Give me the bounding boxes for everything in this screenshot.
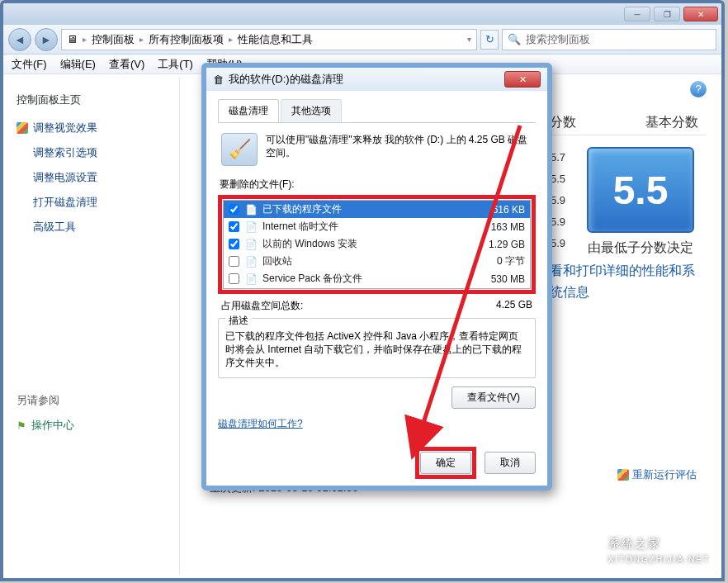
file-row[interactable]: 📄以前的 Windows 安装1.29 GB [224, 235, 530, 253]
files-to-delete-label: 要删除的文件(F): [220, 178, 536, 192]
file-row[interactable]: 📄已下载的程序文件616 KB [224, 201, 530, 218]
intro-text: 可以使用"磁盘清理"来释放 我的软件 (D:) 上的 4.25 GB 磁盘空间。 [266, 133, 532, 166]
file-icon: 📄 [244, 255, 258, 268]
total-value: 4.25 GB [496, 299, 532, 313]
file-name: 以前的 Windows 安装 [262, 237, 484, 251]
file-checkbox[interactable] [229, 239, 239, 249]
sidebar-action-center[interactable]: ⚑操作中心 [7, 413, 179, 438]
crumb-1[interactable]: 控制面板 [92, 32, 135, 47]
highlight-files-list: 📄已下载的程序文件616 KB📄Internet 临时文件163 MB📄以前的 … [218, 195, 536, 294]
file-size: 1.29 GB [489, 239, 525, 250]
file-icon: 📄 [244, 203, 258, 216]
drive-icon: 🖥 [67, 33, 78, 45]
tab-other[interactable]: 其他选项 [281, 99, 342, 122]
file-row[interactable]: 📄回收站0 字节 [224, 253, 530, 270]
score-base-label: 基本分数 [645, 114, 698, 131]
shield-icon [17, 122, 28, 134]
sidebar-item-visual[interactable]: 调整视觉效果 [7, 116, 179, 140]
shield-icon [617, 469, 629, 481]
file-row[interactable]: 📄Internet 临时文件163 MB [224, 218, 530, 235]
sidebar: 控制面板主页 调整视觉效果 调整索引选项 调整电源设置 打开磁盘清理 高级工具 … [7, 78, 180, 575]
back-button[interactable]: ◄ [8, 28, 31, 51]
help-icon[interactable]: ? [690, 81, 707, 97]
file-icon: 📄 [244, 238, 258, 251]
navigation-bar: ◄ ► 🖥 ▸ 控制面板 ▸ 所有控制面板项 ▸ 性能信息和工具 ▾ ↻ 🔍 搜… [3, 25, 721, 55]
disk-cleanup-icon: 🧹 [221, 133, 258, 166]
file-checkbox[interactable] [229, 256, 239, 267]
sidebar-item-advanced[interactable]: 高级工具 [7, 215, 179, 239]
file-icon: 📄 [244, 273, 258, 286]
menu-edit[interactable]: 编辑(E) [60, 57, 96, 72]
file-size: 616 KB [493, 204, 525, 216]
window-title-bar: ─ ❐ ✕ [3, 3, 721, 25]
search-input[interactable]: 🔍 搜索控制面板 [502, 29, 716, 50]
highlight-ok-button: 确定 [415, 447, 476, 479]
file-checkbox[interactable] [229, 273, 239, 284]
file-name: Internet 临时文件 [262, 220, 486, 234]
dialog-close-button[interactable]: ✕ [504, 71, 541, 88]
sidebar-item-power[interactable]: 调整电源设置 [7, 165, 179, 190]
search-placeholder: 搜索控制面板 [526, 32, 590, 47]
ok-button[interactable]: 确定 [420, 452, 471, 474]
minimize-button[interactable]: ─ [624, 7, 650, 21]
dialog-title-bar: 🗑 我的软件(D:)的磁盘清理 ✕ [206, 68, 547, 91]
score-caption: 由最低子分数决定 [574, 236, 707, 260]
description-legend: 描述 [225, 314, 252, 328]
total-label: 占用磁盘空间总数: [221, 299, 303, 313]
file-checkbox[interactable] [229, 204, 239, 215]
file-checkbox[interactable] [229, 221, 239, 232]
description-text: 已下载的程序文件包括 ActiveX 控件和 Java 小程序，查看特定网页时将… [225, 329, 528, 369]
rerun-assessment-link[interactable]: 重新运行评估 [617, 467, 697, 482]
file-name: 回收站 [262, 254, 492, 268]
close-button[interactable]: ✕ [683, 7, 718, 21]
score-columns: 分数 基本分数 [541, 111, 707, 135]
menu-tools[interactable]: 工具(T) [158, 57, 193, 72]
score-sub-label: 分数 [550, 114, 576, 131]
sidebar-header[interactable]: 控制面板主页 [7, 89, 179, 116]
breadcrumb[interactable]: 🖥 ▸ 控制面板 ▸ 所有控制面板项 ▸ 性能信息和工具 ▾ [61, 29, 477, 50]
file-name: 已下载的程序文件 [262, 202, 488, 216]
maximize-button[interactable]: ❐ [654, 7, 680, 21]
sidebar-item-index[interactable]: 调整索引选项 [7, 140, 179, 165]
file-row[interactable]: 📄Service Pack 备份文件530 MB [224, 270, 530, 287]
link-detailed-info[interactable]: 看和打印详细的性能和系统信息 [541, 260, 707, 303]
tab-cleanup[interactable]: 磁盘清理 [218, 99, 279, 122]
watermark: 系统之家XITONGZHIJIA.NET [608, 537, 711, 565]
file-icon: 📄 [244, 220, 258, 234]
crumb-3[interactable]: 性能信息和工具 [238, 32, 313, 47]
crumb-2[interactable]: 所有控制面板项 [149, 32, 224, 47]
disk-cleanup-dialog: 🗑 我的软件(D:)的磁盘清理 ✕ 磁盘清理 其他选项 🧹 可以使用"磁盘清理"… [201, 63, 552, 491]
refresh-button[interactable]: ↻ [480, 30, 499, 50]
view-files-button[interactable]: 查看文件(V) [451, 386, 536, 409]
menu-view[interactable]: 查看(V) [109, 57, 144, 72]
files-list[interactable]: 📄已下载的程序文件616 KB📄Internet 临时文件163 MB📄以前的 … [223, 200, 531, 289]
how-does-cleanup-work-link[interactable]: 磁盘清理如何工作? [218, 417, 303, 431]
forward-button[interactable]: ► [35, 28, 58, 51]
drive-icon: 🗑 [213, 73, 224, 86]
file-size: 163 MB [491, 221, 525, 233]
sidebar-see-also: 另请参阅 [7, 388, 179, 413]
dialog-title: 我的软件(D:)的磁盘清理 [229, 72, 343, 87]
file-size: 530 MB [491, 273, 525, 285]
menu-file[interactable]: 文件(F) [12, 57, 47, 72]
score-tile: 5.5 [587, 147, 694, 233]
tab-strip: 磁盘清理 其他选项 [218, 99, 536, 123]
cancel-button[interactable]: 取消 [485, 452, 536, 474]
sidebar-item-diskclean[interactable]: 打开磁盘清理 [7, 190, 179, 215]
file-name: Service Pack 备份文件 [262, 272, 486, 286]
file-size: 0 字节 [497, 254, 525, 268]
search-icon: 🔍 [508, 33, 521, 45]
